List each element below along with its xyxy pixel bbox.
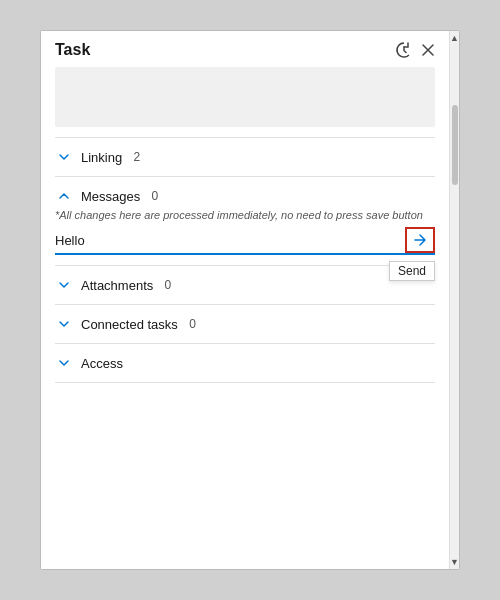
attachments-chevron [55,276,73,294]
divider-bottom [55,382,435,383]
task-image [55,67,435,127]
attachments-badge: 0 [161,278,171,292]
messages-chevron [55,187,73,205]
send-tooltip-container: Send [405,227,435,253]
linking-header[interactable]: Linking 2 [55,148,435,166]
header-icons [395,41,435,59]
send-tooltip: Send [389,261,435,281]
message-input[interactable] [55,229,405,252]
task-panel: Task [40,30,460,570]
access-label: Access [81,356,123,371]
attachments-header[interactable]: Attachments 0 [55,276,435,294]
history-icon[interactable] [395,41,413,59]
messages-badge: 0 [148,189,158,203]
scrollbar: ▲ ▼ [449,31,459,569]
send-button[interactable] [405,227,435,253]
scrollbar-up[interactable]: ▲ [450,31,459,45]
close-icon[interactable] [421,43,435,57]
access-header[interactable]: Access [55,354,435,372]
section-attachments: Attachments 0 [41,266,449,304]
message-input-row: Send [55,227,435,255]
connected-tasks-chevron [55,315,73,333]
scrollbar-down[interactable]: ▼ [450,555,459,569]
access-chevron [55,354,73,372]
panel-content: Task [41,31,449,569]
linking-badge: 2 [130,150,140,164]
section-messages: Messages 0 *All changes here are process… [41,177,449,265]
messages-header[interactable]: Messages 0 [55,187,435,205]
section-connected-tasks: Connected tasks 0 [41,305,449,343]
linking-label: Linking [81,150,122,165]
content-area: Linking 2 Messages 0 *All changes here a… [41,137,449,569]
attachments-label: Attachments [81,278,153,293]
panel-header: Task [41,31,449,67]
connected-tasks-badge: 0 [186,317,196,331]
panel-title: Task [55,41,90,59]
section-access: Access [41,344,449,382]
scrollbar-thumb[interactable] [452,105,458,185]
messages-label: Messages [81,189,140,204]
connected-tasks-header[interactable]: Connected tasks 0 [55,315,435,333]
connected-tasks-label: Connected tasks [81,317,178,332]
section-linking: Linking 2 [41,138,449,176]
linking-chevron [55,148,73,166]
messages-note: *All changes here are processed immediat… [55,209,435,221]
